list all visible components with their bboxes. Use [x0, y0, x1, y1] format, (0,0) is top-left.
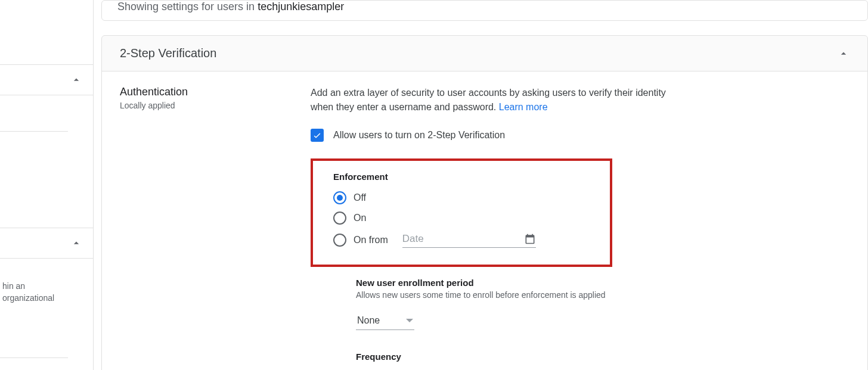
- sidebar: hin an organizational: [0, 0, 94, 370]
- enforcement-on-from-label: On from: [354, 235, 388, 245]
- enrollment-desc: Allows new users some time to enroll bef…: [356, 290, 690, 300]
- sidebar-bottom-row: [0, 357, 68, 370]
- enforcement-off-label: Off: [354, 192, 366, 203]
- check-icon: [312, 130, 322, 140]
- enrollment-title: New user enrollment period: [356, 278, 690, 288]
- main-content: Showing settings for users in techjunkie…: [101, 0, 868, 370]
- chevron-up-icon: [70, 237, 82, 249]
- chevron-up-icon: [838, 48, 850, 60]
- context-prefix: Showing settings for users in: [117, 1, 258, 13]
- learn-more-link[interactable]: Learn more: [499, 102, 548, 112]
- sidebar-collapse-row-1[interactable]: [0, 64, 93, 95]
- sidebar-collapse-row-2[interactable]: [0, 228, 93, 259]
- section-header[interactable]: 2-Step Verification: [102, 36, 867, 71]
- section-settings: Add an extra layer of security to user a…: [311, 86, 850, 362]
- frequency-title: Frequency: [356, 352, 690, 362]
- enforcement-on-row[interactable]: On: [333, 212, 590, 225]
- enforcement-off-radio[interactable]: [333, 191, 346, 204]
- enforcement-date-wrap: [402, 232, 536, 248]
- sidebar-divider: [0, 131, 68, 132]
- enforcement-on-label: On: [354, 213, 366, 223]
- context-bar: Showing settings for users in techjunkie…: [101, 0, 868, 21]
- enforcement-on-from-row[interactable]: On from: [333, 232, 590, 248]
- chevron-up-icon: [70, 74, 82, 86]
- allow-2sv-checkbox[interactable]: [311, 129, 324, 142]
- enrollment-section: New user enrollment period Allows new us…: [356, 278, 690, 362]
- enforcement-on-radio[interactable]: [333, 212, 346, 225]
- enrollment-dropdown[interactable]: None: [356, 312, 414, 330]
- enforcement-highlight-box: Enforcement Off On On from: [311, 158, 612, 267]
- section-body: Authentication Locally applied Add an ex…: [102, 71, 867, 370]
- two-step-verification-section: 2-Step Verification Authentication Local…: [101, 35, 868, 370]
- enforcement-title: Enforcement: [333, 172, 590, 182]
- auth-scope: Locally applied: [120, 101, 311, 110]
- context-org-name: techjunkiesampler: [258, 1, 344, 13]
- enforcement-date-input[interactable]: [402, 233, 492, 245]
- enrollment-dropdown-value: None: [357, 315, 380, 326]
- calendar-icon[interactable]: [524, 233, 536, 245]
- section-title: 2-Step Verification: [120, 46, 216, 60]
- section-meta: Authentication Locally applied: [120, 86, 311, 362]
- auth-description: Add an extra layer of security to user a…: [311, 86, 680, 114]
- allow-2sv-row[interactable]: Allow users to turn on 2-Step Verificati…: [311, 129, 850, 142]
- enforcement-on-from-radio[interactable]: [333, 234, 346, 247]
- sidebar-description: hin an organizational: [0, 273, 57, 311]
- dropdown-arrow-icon: [406, 319, 413, 322]
- auth-heading: Authentication: [120, 86, 311, 98]
- allow-2sv-label: Allow users to turn on 2-Step Verificati…: [333, 130, 505, 141]
- enforcement-off-row[interactable]: Off: [333, 191, 590, 204]
